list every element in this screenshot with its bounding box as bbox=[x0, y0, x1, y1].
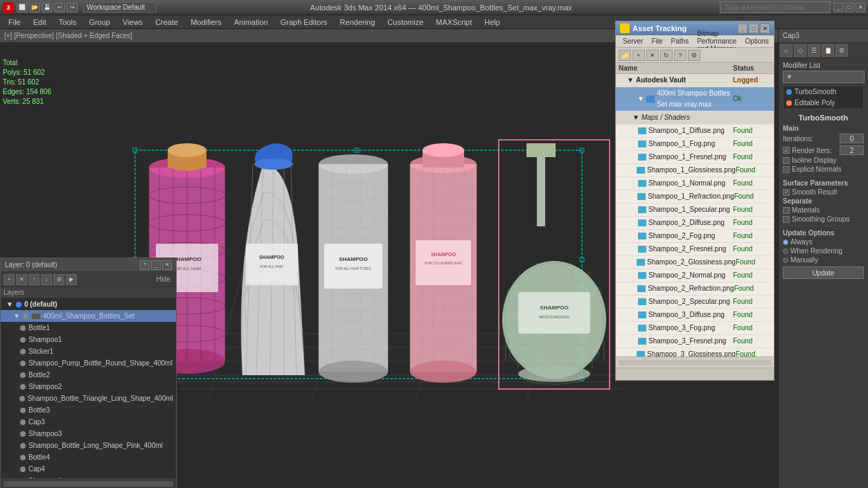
smooth-result-cb[interactable] bbox=[783, 189, 790, 196]
asset-max-file[interactable]: ▼ 400ml Shampoo Bottles Set max vray.max… bbox=[616, 87, 774, 111]
maximize-button[interactable]: □ bbox=[844, 3, 854, 12]
asset-shampoo3-fog[interactable]: Shampoo_3_Fog.png Found bbox=[616, 322, 774, 335]
menu-edit[interactable]: Edit bbox=[28, 17, 52, 28]
asset-shampoo2-glossiness[interactable]: Shampoo_2_Glossiness.png Found bbox=[616, 256, 774, 269]
asset-shampoo2-normal[interactable]: Shampoo_2_Normal.png Found bbox=[616, 269, 774, 282]
asset-shampoo1-fresnel[interactable]: Shampoo_1_Fresnel.png Found bbox=[616, 151, 774, 164]
layer-bottle2[interactable]: Bottle2 bbox=[1, 369, 176, 381]
menu-file[interactable]: File bbox=[3, 17, 26, 28]
asset-shampoo2-fresnel[interactable]: Shampoo_2_Fresnel.png Found bbox=[616, 243, 774, 256]
asset-menu-paths[interactable]: Paths bbox=[667, 37, 693, 45]
render-iters-input[interactable] bbox=[840, 145, 864, 155]
asset-tool6[interactable]: ⚙ bbox=[688, 50, 700, 61]
render-iters-cb[interactable] bbox=[783, 147, 790, 154]
layer-cap4[interactable]: Cap4 bbox=[1, 463, 176, 475]
smoothing-cb[interactable] bbox=[783, 216, 790, 223]
menu-animation[interactable]: Animation bbox=[229, 17, 274, 28]
layer-bottle4[interactable]: Bottle4 bbox=[1, 451, 176, 463]
asset-menu-server[interactable]: Server bbox=[619, 37, 647, 45]
update-button[interactable]: Update bbox=[783, 266, 864, 279]
modifier-turbos[interactable]: TurboSmooth bbox=[783, 87, 863, 98]
asset-vault[interactable]: ▼ Autodesk Vault Logged bbox=[616, 74, 774, 87]
layer-sticker1[interactable]: Sticker1 bbox=[1, 345, 176, 357]
layer-item-default[interactable]: ▼ 0 (default) bbox=[1, 298, 176, 310]
asset-shampoo2-fog[interactable]: Shampoo_2_Fog.png Found bbox=[616, 230, 774, 243]
layer-extra-btn[interactable]: ▶ bbox=[66, 274, 77, 285]
layer-settings-btn[interactable]: ⚙ bbox=[53, 274, 64, 285]
layer-move-down-btn[interactable]: ↓ bbox=[41, 274, 52, 285]
menu-views[interactable]: Views bbox=[117, 17, 148, 28]
asset-shampoo1-fog[interactable]: Shampoo_1_Fog.png Found bbox=[616, 138, 774, 151]
minimize-button[interactable]: _ bbox=[833, 3, 843, 12]
layer-bottle1[interactable]: Bottle1 bbox=[1, 322, 176, 334]
menu-tools[interactable]: Tools bbox=[53, 17, 82, 28]
menu-group[interactable]: Group bbox=[83, 17, 116, 28]
asset-menu-options[interactable]: Options bbox=[741, 37, 772, 45]
asset-tool1[interactable]: 📁 bbox=[619, 50, 631, 61]
layer-panel-close[interactable]: ✕ bbox=[162, 260, 172, 270]
menu-modifiers[interactable]: Modifiers bbox=[185, 17, 227, 28]
asset-tool3[interactable]: ✕ bbox=[646, 50, 659, 61]
asset-shampoo3-glossiness[interactable]: Shampoo_3_Glossiness.png Found bbox=[616, 348, 774, 356]
menu-customize[interactable]: Customize bbox=[382, 17, 429, 28]
open-icon[interactable]: 📂 bbox=[29, 3, 40, 12]
materials-cb[interactable] bbox=[783, 207, 790, 214]
workspace-dropdown[interactable]: Workspace Default bbox=[83, 2, 157, 12]
asset-menu-file[interactable]: File bbox=[647, 37, 666, 45]
rp-icon2[interactable]: ◇ bbox=[794, 44, 806, 57]
redo-icon[interactable]: ↪ bbox=[67, 3, 78, 12]
layer-scrollbar[interactable] bbox=[3, 481, 173, 487]
layer-move-up-btn[interactable]: ↑ bbox=[28, 274, 39, 285]
layer-triangle-bottle[interactable]: Shampoo_Bottle_Triangle_Long_Shape_400ml bbox=[1, 392, 176, 404]
explicit-cb[interactable] bbox=[783, 166, 790, 173]
layer-cap3[interactable]: Cap3 bbox=[1, 416, 176, 428]
modifier-dropdown[interactable]: ▼ bbox=[783, 71, 865, 83]
rp-icon1[interactable]: ⌂ bbox=[780, 44, 792, 57]
asset-shampoo1-specular[interactable]: Shampoo_1_Specular.png Found bbox=[616, 204, 774, 217]
menu-help[interactable]: Help bbox=[479, 17, 506, 28]
asset-shampoo2-refraction[interactable]: Shampoo_2_Refraction.png Found bbox=[616, 282, 774, 296]
asset-tool2[interactable]: + bbox=[632, 50, 645, 61]
layer-long-pink[interactable]: Shampoo_Bottle_Long_Shape_Pink_400ml bbox=[1, 440, 176, 451]
layer-shampoo2[interactable]: Shampoo2 bbox=[1, 381, 176, 392]
asset-maps-group[interactable]: ▼ Maps / Shaders bbox=[616, 111, 774, 125]
asset-shampoo3-fresnel[interactable]: Shampoo_3_Fresnel.png Found bbox=[616, 335, 774, 348]
search-input[interactable] bbox=[720, 1, 831, 13]
layer-new-btn[interactable]: + bbox=[3, 274, 15, 285]
layer-pump-bottle[interactable]: Shampoo_Pump_Bottle_Round_Shape_400ml bbox=[1, 357, 176, 369]
menu-rendering[interactable]: Rendering bbox=[335, 17, 381, 28]
when-render-radio[interactable] bbox=[783, 248, 788, 254]
asset-maximize-btn[interactable]: □ bbox=[749, 24, 759, 33]
layer-panel-question[interactable]: ? bbox=[140, 260, 150, 270]
layer-list[interactable]: ▼ 0 (default) ▼ 400ml_Shampoo_Bottles_Se… bbox=[1, 298, 176, 478]
always-radio[interactable] bbox=[783, 240, 788, 245]
new-file-icon[interactable]: ⬜ bbox=[17, 3, 28, 12]
isoline-cb[interactable] bbox=[783, 157, 790, 164]
menu-create[interactable]: Create bbox=[150, 17, 184, 28]
manually-radio[interactable] bbox=[783, 257, 788, 263]
layer-delete-btn[interactable]: ✕ bbox=[16, 274, 27, 285]
asset-shampoo1-refraction[interactable]: Shampoo_1_Refraction.png Found bbox=[616, 190, 774, 204]
modifier-editable-poly[interactable]: Editable Poly bbox=[783, 98, 863, 109]
rp-icon3[interactable]: ☰ bbox=[808, 44, 820, 57]
layer-panel-minimize[interactable]: _ bbox=[151, 260, 161, 270]
close-button[interactable]: ✕ bbox=[856, 3, 865, 12]
asset-tool4[interactable]: ↻ bbox=[660, 50, 673, 61]
rp-icon4[interactable]: 📋 bbox=[822, 44, 834, 57]
asset-shampoo1-diffuse[interactable]: Shampoo_1_Diffuse.png Found bbox=[616, 125, 774, 138]
menu-maxscript[interactable]: MAXScript bbox=[430, 17, 477, 28]
save-icon[interactable]: 💾 bbox=[42, 3, 53, 12]
asset-shampoo1-normal[interactable]: Shampoo_1_Normal.png Found bbox=[616, 177, 774, 190]
layer-bottle3[interactable]: Bottle3 bbox=[1, 404, 176, 416]
asset-tool5[interactable]: ? bbox=[674, 50, 687, 61]
asset-shampoo3-diffuse[interactable]: Shampoo_3_Diffuse.png Found bbox=[616, 309, 774, 322]
layer-item-set[interactable]: ▼ 400ml_Shampoo_Bottles_Set bbox=[1, 310, 176, 322]
undo-icon[interactable]: ↩ bbox=[54, 3, 65, 12]
asset-horizontal-scrollbar[interactable] bbox=[619, 360, 771, 365]
layer-shampoo3[interactable]: Shampoo3 bbox=[1, 428, 176, 440]
menu-graph-editors[interactable]: Graph Editors bbox=[275, 17, 333, 28]
rp-icon5[interactable]: ⚙ bbox=[835, 44, 848, 57]
iterations-input[interactable] bbox=[840, 134, 864, 143]
asset-shampoo1-glossiness[interactable]: Shampoo_1_Glossiness.png Found bbox=[616, 164, 774, 177]
layer-shampoo1[interactable]: Shampoo1 bbox=[1, 334, 176, 345]
